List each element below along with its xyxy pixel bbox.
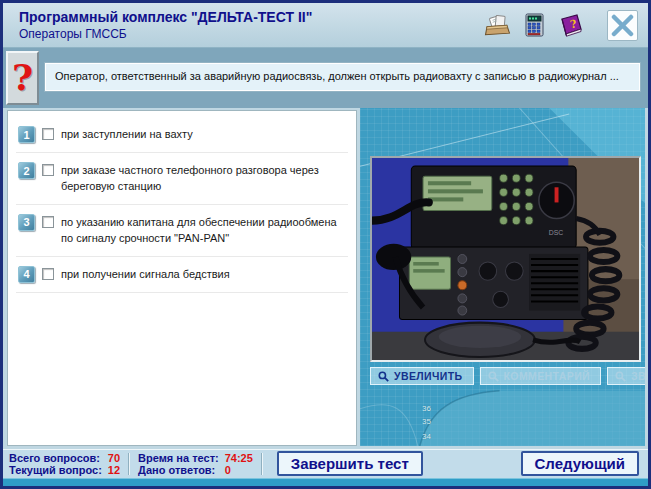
- close-icon[interactable]: [607, 10, 638, 41]
- next-question-button[interactable]: Следующий: [521, 451, 639, 476]
- main-area: 1 при заступлении на вахту 2 при заказе …: [3, 108, 648, 449]
- total-questions-value: 70: [108, 452, 120, 464]
- cardfile-icon[interactable]: [482, 10, 512, 40]
- titlebar-icons: ?: [482, 10, 640, 41]
- finish-test-button[interactable]: Завершить тест: [277, 451, 423, 476]
- question-section: ? Оператор, ответственный за аварийную р…: [3, 48, 648, 108]
- option-label: при заступлении на вахту: [61, 126, 193, 143]
- option-checkbox-4[interactable]: [42, 268, 54, 280]
- comment-label: КОММЕНТАРИЙ: [504, 370, 591, 382]
- media-buttons-row: УВЕЛИЧИТЬ КОММЕНТАРИЙ ЗВУК: [370, 367, 641, 385]
- zoom-photo-label: УВЕЛИЧИТЬ: [394, 370, 463, 382]
- option-number-badge: 3: [18, 214, 35, 231]
- comment-button[interactable]: КОММЕНТАРИЙ: [480, 367, 602, 385]
- option-checkbox-2[interactable]: [42, 164, 54, 176]
- answer-option-4[interactable]: 4 при получении сигнала бедствия: [16, 257, 348, 293]
- sound-label: ЗВУК: [631, 370, 645, 382]
- chart-depth-number: 36: [422, 404, 431, 414]
- option-label: при получении сигнала бедствия: [61, 266, 230, 283]
- chart-depth-number: 35: [422, 417, 431, 427]
- app-subtitle: Операторы ГМССБ: [19, 27, 482, 41]
- question-mark-panel: ?: [6, 51, 39, 105]
- answers-given-label: Дано ответов:: [138, 464, 219, 476]
- option-checkbox-3[interactable]: [42, 216, 54, 228]
- option-label: по указанию капитана для обеспечении рад…: [61, 214, 346, 247]
- option-label: при заказе частного телефонного разговор…: [61, 162, 346, 195]
- chart-depth-number: 34: [422, 432, 431, 442]
- magnifier-icon: [488, 371, 499, 382]
- option-number-badge: 2: [18, 162, 35, 179]
- app-title: Программный комплекс "ДЕЛЬТА-ТЕСТ II": [19, 9, 482, 27]
- option-number-badge: 1: [18, 126, 35, 143]
- answers-given-value: 0: [225, 464, 253, 476]
- answer-option-3[interactable]: 3 по указанию капитана для обеспечении р…: [16, 205, 348, 257]
- statusbar-separator: [128, 453, 130, 475]
- answer-option-2[interactable]: 2 при заказе частного телефонного разгов…: [16, 153, 348, 205]
- question-text: Оператор, ответственный за аварийную рад…: [44, 62, 641, 92]
- calculator-icon[interactable]: [519, 10, 549, 40]
- option-checkbox-1[interactable]: [42, 128, 54, 140]
- question-mark-icon: ?: [12, 59, 33, 95]
- media-panel: 36 35 34: [360, 108, 645, 446]
- answers-panel: 1 при заступлении на вахту 2 при заказе …: [7, 110, 357, 446]
- zoom-photo-button[interactable]: УВЕЛИЧИТЬ: [370, 367, 474, 385]
- svg-text:DSC: DSC: [549, 229, 564, 236]
- bottom-strip: [3, 478, 648, 486]
- time-stats: Время на тест: 74:25 Дано ответов: 0: [138, 452, 253, 476]
- title-bar: Программный комплекс "ДЕЛЬТА-ТЕСТ II" Оп…: [3, 3, 648, 48]
- questions-stats: Всего вопросов: 70 Текущий вопрос: 12: [9, 452, 120, 476]
- test-time-value: 74:25: [225, 452, 253, 464]
- test-time-label: Время на тест:: [138, 452, 219, 464]
- statusbar-separator: [261, 453, 263, 475]
- title-block: Программный комплекс "ДЕЛЬТА-ТЕСТ II" Оп…: [19, 9, 482, 41]
- status-bar: Всего вопросов: 70 Текущий вопрос: 12 Вр…: [3, 449, 648, 478]
- total-questions-label: Всего вопросов:: [9, 452, 102, 464]
- sound-button[interactable]: ЗВУК: [607, 367, 645, 385]
- app-window: Программный комплекс "ДЕЛЬТА-ТЕСТ II" Оп…: [0, 0, 651, 489]
- current-question-value: 12: [108, 464, 120, 476]
- option-number-badge: 4: [18, 266, 35, 283]
- magnifier-icon: [615, 371, 626, 382]
- magnifier-icon: [378, 371, 389, 382]
- answer-option-1[interactable]: 1 при заступлении на вахту: [16, 117, 348, 153]
- current-question-label: Текущий вопрос:: [9, 464, 102, 476]
- help-book-icon[interactable]: ?: [556, 10, 586, 40]
- question-photo: DSC: [370, 156, 641, 362]
